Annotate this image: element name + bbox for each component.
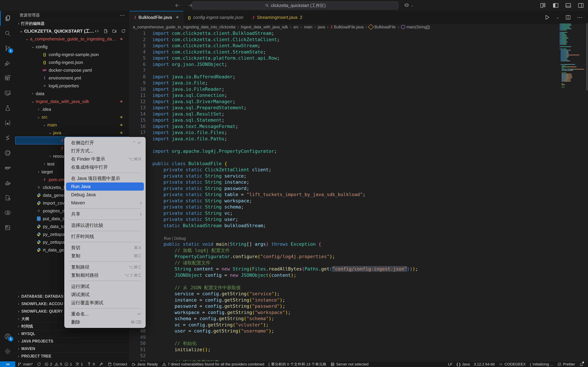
breadcrumb-item[interactable]: BulkloadFile	[369, 25, 396, 29]
close-icon[interactable]: ×	[176, 15, 179, 20]
sidebar-more-icon[interactable]: ⋯	[120, 12, 125, 18]
tree-item--idea[interactable]: ›.idea	[15, 105, 129, 113]
status-error-2[interactable]: 2	[43, 362, 53, 367]
menu-item-打开方式-[interactable]: 打开方式...	[66, 147, 144, 155]
tree-item-src[interactable]: ⌄src	[15, 113, 129, 121]
menu-item-在集成终端中打开[interactable]: 在集成终端中打开	[66, 163, 144, 171]
refresh-icon[interactable]	[121, 29, 126, 34]
command-center-search[interactable]: clickzetta_quickstart (工作区)	[192, 1, 398, 9]
menu-item-共享[interactable]: 共享›	[66, 210, 144, 218]
codelens-run-debug[interactable]: Run | Debug	[164, 235, 186, 242]
status-paren-要分析的[interactable]: (要分析的 0 个文件和 13 个单元格	[266, 362, 328, 367]
split-editor-icon[interactable]	[565, 14, 571, 20]
breadcrumb-item[interactable]: Ingest_data_with_java_sdk	[241, 25, 288, 29]
menu-item-删除[interactable]: 删除⌘⌫	[66, 318, 144, 326]
status-database-Connect[interactable]: Connect	[105, 362, 129, 367]
status-tools-1[interactable]: 1	[73, 362, 85, 367]
minimap[interactable]	[560, 24, 585, 88]
status-rocket[interactable]	[97, 362, 105, 367]
breadcrumb-item[interactable]: src	[293, 25, 299, 29]
activity-github-icon[interactable]	[0, 145, 15, 160]
status-sync[interactable]	[35, 362, 43, 367]
activity-explorer-icon[interactable]	[0, 11, 15, 26]
status-coffee-Java[interactable]: Java: Ready	[129, 362, 160, 367]
breadcrumb-item[interactable]: a_comprehensive_guide_to_ingesting_data_…	[133, 25, 235, 29]
status--3-12-2-64-bit[interactable]: 3.12.2 64-bit	[472, 362, 497, 367]
new-file-icon[interactable]	[103, 29, 108, 34]
code-editor[interactable]: 1import com.clickzetta.client.BulkloadSt…	[130, 30, 588, 361]
menu-item-在-finder-中显示[interactable]: 在 Finder 中显示⌥⌘R	[66, 155, 144, 163]
section-maven[interactable]: ›MAVEN	[15, 345, 129, 352]
menu-item-run-java[interactable]: Run Java	[66, 183, 144, 191]
breadcrumb-item[interactable]: JBulkloadFile.java	[330, 25, 363, 30]
activity-genie-lamp-icon[interactable]	[0, 175, 15, 190]
tree-item-docker-compose-yaml[interactable]: docker-compose.yaml	[15, 66, 129, 74]
menu-item-剪切[interactable]: 剪切⌘X	[66, 244, 144, 252]
activity-settings-icon[interactable]	[0, 344, 15, 359]
activity-testing-icon[interactable]	[0, 100, 15, 116]
section-mysql[interactable]: ›MYSQL	[15, 330, 129, 337]
activity-accounts-icon[interactable]: 1	[0, 329, 15, 344]
menu-item-运行测试[interactable]: 运行测试	[66, 282, 144, 291]
status-branch-main[interactable]: main*	[15, 362, 35, 367]
layout-grid-icon[interactable]	[539, 2, 547, 9]
activity-extensions-icon[interactable]	[0, 71, 15, 86]
chevron-down-icon[interactable]: ⌄	[556, 15, 559, 19]
tab-config-ingest-sample-json[interactable]: {}config-ingest-sample.json	[183, 11, 248, 24]
menu-item-打开时间线[interactable]: 打开时间线	[66, 233, 144, 241]
activity-notebook-icon[interactable]	[0, 220, 15, 235]
activity-remote-explorer-icon[interactable]	[0, 86, 15, 100]
status--lf[interactable]: LF	[446, 362, 455, 367]
menu-item-复制相对路径[interactable]: 复制相对路径⌥⇧⌘C	[66, 271, 144, 279]
status-warning-7[interactable]: 7 direct vulnerabilities found for all t…	[160, 362, 266, 367]
status-server-Server[interactable]: Server not selected	[328, 362, 371, 367]
remote-indicator[interactable]: ><	[0, 361, 15, 367]
panel-left-filled-icon[interactable]	[552, 2, 559, 9]
menu-item-重命名-[interactable]: 重命名...↵	[66, 310, 144, 318]
open-editors-section[interactable]: › 打开的编辑器	[15, 19, 129, 27]
menu-item-debug-java[interactable]: Debug Java	[66, 191, 144, 199]
activity-search-icon[interactable]	[0, 26, 15, 41]
activity-code-file-gear-icon[interactable]	[0, 190, 15, 205]
status-info-1[interactable]: 1	[63, 362, 73, 367]
menu-item-复制[interactable]: 复制⌘C	[66, 252, 144, 260]
breadcrumb-item[interactable]: java	[318, 25, 325, 29]
activity-liveshare-blob-icon[interactable]	[0, 116, 15, 131]
status-slash-prettier[interactable]: Prettier	[555, 362, 577, 367]
tree-item-java[interactable]: ⌄java	[15, 129, 129, 137]
panel-right-icon[interactable]	[577, 2, 585, 9]
status-braces-java[interactable]: { }Java	[454, 362, 472, 367]
editor-scrollbar[interactable]	[586, 23, 588, 91]
tree-item-data[interactable]: ›data	[15, 90, 129, 98]
ellipsis-icon[interactable]: ⋯	[577, 14, 583, 21]
tree-item-config[interactable]: ⌄config	[15, 43, 129, 51]
tree-item-config-ingest-json[interactable]: {}config-ingest.json	[15, 58, 129, 66]
nav-back-icon[interactable]	[173, 2, 181, 9]
status-codegeex-codegeex[interactable]: CODEGEEX	[497, 362, 528, 367]
tab-bulkloadfile-java[interactable]: JBulkloadFile.java×	[130, 11, 183, 24]
activity-run-and-debug-icon[interactable]	[0, 56, 15, 71]
breadcrumb-item[interactable]: main	[304, 25, 312, 29]
activity-source-control-icon[interactable]: 1	[0, 41, 15, 56]
panel-bottom-icon[interactable]	[564, 2, 572, 9]
section-project-tree[interactable]: ›PROJECT TREE	[15, 352, 129, 360]
status-paren-initializing-[interactable]: (Initializing ...	[528, 362, 555, 367]
status-warning-5[interactable]: 5	[53, 362, 63, 367]
status-antenna-0[interactable]: 0	[85, 362, 97, 367]
menu-item-在侧边打开[interactable]: 在侧边打开⌃ ↵	[66, 139, 144, 147]
activity-docker-icon[interactable]	[0, 160, 15, 175]
copilot-menu[interactable]: ⌄	[404, 2, 414, 8]
tree-item-a-comprehensive-guide-to-ingesting-da-[interactable]: ⌄a_comprehensive_guide_to_ingesting_da…	[15, 35, 129, 43]
tree-item-main[interactable]: ⌄main	[15, 121, 129, 129]
tree-item-environment-yml[interactable]: !environment.yml	[15, 74, 129, 82]
tree-item-log4j-properties[interactable]: ≡log4j.properties	[15, 82, 129, 90]
activity-r-language-icon[interactable]: R	[0, 205, 15, 220]
code-icon[interactable]	[94, 29, 99, 34]
tree-item-config-ingest-sample-json[interactable]: {}config-ingest-sample.json	[15, 51, 129, 58]
new-folder-icon[interactable]	[112, 29, 117, 34]
menu-item-在-java-项目视图中显示[interactable]: 在 Java 项目视图中显示	[66, 174, 144, 183]
menu-item-maven[interactable]: Maven›	[66, 199, 144, 207]
breadcrumb[interactable]: a_comprehensive_guide_to_ingesting_data_…	[130, 24, 588, 30]
menu-item-选择以进行比较[interactable]: 选择以进行比较	[66, 221, 144, 229]
menu-item-复制路径[interactable]: 复制路径⌥⌘C	[66, 263, 144, 271]
